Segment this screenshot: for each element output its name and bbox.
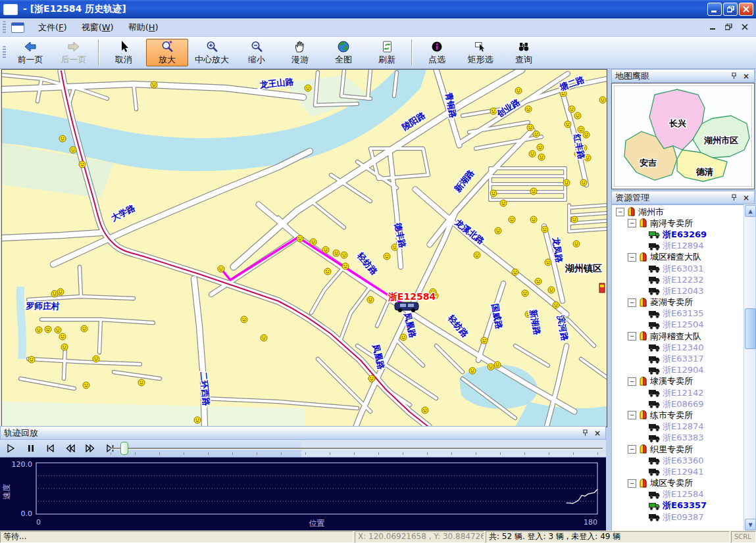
- pin-icon[interactable]: [730, 72, 739, 81]
- vehicle-marker-smiley[interactable]: [310, 239, 316, 245]
- expand-collapse-box[interactable]: −: [616, 208, 624, 216]
- vehicle-marker-smiley[interactable]: [578, 126, 584, 133]
- vehicle-marker-smiley[interactable]: [45, 326, 51, 333]
- vehicle-marker-smiley[interactable]: [573, 241, 580, 247]
- vehicle-marker-smiley[interactable]: [538, 154, 545, 160]
- tree-item-vehicle[interactable]: 浙E08669: [612, 398, 742, 410]
- vehicle-marker-smiley[interactable]: [580, 179, 587, 186]
- mdi-document-icon[interactable]: [11, 22, 24, 33]
- vehicle-marker-smiley[interactable]: [527, 124, 534, 131]
- vehicle-marker-smiley[interactable]: [342, 263, 349, 270]
- vehicle-marker-smiley[interactable]: [81, 325, 88, 332]
- vehicle-marker-smiley[interactable]: [525, 106, 532, 112]
- playback-slider-thumb[interactable]: [120, 442, 128, 455]
- vehicle-marker-smiley[interactable]: [481, 337, 488, 344]
- vehicle-marker-smiley[interactable]: [384, 253, 390, 260]
- tree-item-vehicle[interactable]: 浙E12904: [612, 365, 742, 376]
- mdi-minimize-button[interactable]: [710, 22, 716, 32]
- vehicle-marker-smiley[interactable]: [70, 147, 76, 153]
- vehicle-marker-smiley[interactable]: [583, 131, 590, 138]
- vehicle-marker-smiley[interactable]: [79, 161, 86, 168]
- vehicle-marker-smiley[interactable]: [400, 334, 407, 341]
- vehicle-marker-smiley[interactable]: [469, 367, 476, 374]
- map-viewport[interactable]: 龙王山路青铜路陵阳路创业路塘二路红丰路新湖路大学路德丰路龙溪北路轻纺路轻纺路凤凰…: [1, 69, 607, 427]
- vehicle-marker-smiley[interactable]: [322, 247, 329, 253]
- vehicle-marker-smiley[interactable]: [61, 344, 68, 350]
- vehicle-marker-smiley[interactable]: [490, 190, 497, 197]
- toolbar-button-rect-select[interactable]: 矩形选: [459, 39, 501, 66]
- vehicle-marker-smiley[interactable]: [93, 356, 99, 362]
- vehicle-marker-smiley[interactable]: [51, 291, 58, 297]
- vehicle-marker-smiley[interactable]: [422, 407, 428, 413]
- playback-play-button[interactable]: [3, 441, 20, 456]
- vehicle-marker-smiley[interactable]: [367, 296, 374, 303]
- tree-item-group[interactable]: − 织里专卖所: [612, 444, 742, 455]
- vehicle-marker-smiley[interactable]: [59, 135, 66, 142]
- toolbar-grip[interactable]: [3, 46, 6, 59]
- restore-button[interactable]: [723, 3, 738, 16]
- tree-item-vehicle[interactable]: 浙E12232: [612, 274, 742, 285]
- toolbar-button-zoom-center[interactable]: 中心放大: [189, 39, 234, 66]
- vehicle-marker-smiley[interactable]: [391, 244, 398, 250]
- tree-item-vehicle[interactable]: 浙E12874: [612, 421, 742, 433]
- vehicle-marker-smiley[interactable]: [36, 327, 42, 333]
- vehicle-marker-smiley[interactable]: [261, 335, 267, 341]
- map-canvas[interactable]: 龙王山路青铜路陵阳路创业路塘二路红丰路新湖路大学路德丰路龙溪北路轻纺路轻纺路凤凰…: [2, 70, 607, 427]
- vehicle-marker-smiley[interactable]: [151, 82, 157, 88]
- vehicle-marker-smiley[interactable]: [537, 144, 543, 151]
- vehicle-marker-smiley[interactable]: [494, 362, 501, 368]
- expand-collapse-box[interactable]: −: [628, 332, 636, 341]
- tree-item-vehicle[interactable]: 浙E12142: [612, 387, 742, 398]
- vehicle-marker-smiley[interactable]: [83, 382, 89, 389]
- tree-item-vehicle[interactable]: 浙E63031: [612, 263, 742, 274]
- vehicle-marker-smiley[interactable]: [241, 316, 247, 323]
- expand-collapse-box[interactable]: −: [628, 411, 636, 419]
- tree-item-vehicle[interactable]: 浙E12584: [612, 489, 742, 500]
- vehicle-marker-smiley[interactable]: [533, 131, 540, 137]
- vehicle-marker-smiley[interactable]: [324, 268, 331, 275]
- tree-item-vehicle[interactable]: 浙E12941: [612, 466, 742, 477]
- toolbar-button-prev-page[interactable]: 前一页: [9, 39, 51, 66]
- pin-icon[interactable]: [730, 193, 739, 202]
- vehicle-marker-smiley[interactable]: [488, 364, 494, 370]
- scroll-thumb[interactable]: [745, 308, 756, 349]
- vehicle-marker-smiley[interactable]: [59, 333, 66, 340]
- tree-item-group[interactable]: − 菱湖专卖所: [612, 297, 742, 308]
- toolbar-button-query-binoculars[interactable]: 查询: [503, 39, 545, 66]
- expand-collapse-box[interactable]: −: [628, 219, 636, 227]
- toolbar-button-zoom-out[interactable]: 缩小: [236, 39, 278, 66]
- playback-slider-track[interactable]: [111, 448, 603, 450]
- vehicle-marker-smiley[interactable]: [542, 226, 548, 233]
- tree-item-group[interactable]: − 练市专卖所: [612, 410, 742, 421]
- toolbar-button-full-extent-globe[interactable]: 全图: [322, 39, 365, 66]
- tree-item-vehicle[interactable]: 浙E63269: [612, 229, 742, 240]
- tree-item-group[interactable]: − 城区专卖所: [612, 478, 742, 489]
- mdi-close-button[interactable]: [742, 22, 748, 32]
- vehicle-marker-smiley[interactable]: [500, 200, 507, 206]
- vehicle-marker-smiley[interactable]: [368, 375, 375, 382]
- playback-rewind-button[interactable]: [62, 441, 79, 456]
- tree-item-group[interactable]: − 南浔稽查大队: [612, 331, 742, 342]
- vehicle-marker-smiley[interactable]: [28, 356, 35, 363]
- tree-item-vehicle[interactable]: 浙E12340: [612, 342, 742, 353]
- tree-item-vehicle[interactable]: 浙E12504: [612, 319, 742, 331]
- toolbar-button-zoom-in[interactable]: 放大: [146, 39, 188, 66]
- vehicle-marker-smiley[interactable]: [529, 151, 536, 157]
- tree-item-vehicle[interactable]: 浙E63135: [612, 308, 742, 319]
- vehicle-marker-smiley[interactable]: [57, 289, 64, 295]
- tree-item-vehicle[interactable]: 浙E63383: [612, 433, 742, 444]
- tree-item-group[interactable]: − 城区稽查大队: [612, 252, 742, 263]
- scroll-down-button[interactable]: ▼: [745, 519, 756, 531]
- pin-icon[interactable]: [581, 429, 590, 438]
- vehicle-marker-smiley[interactable]: [218, 266, 224, 272]
- vehicle-marker-smiley[interactable]: [545, 259, 551, 266]
- vehicle-marker-smiley[interactable]: [341, 252, 347, 258]
- vehicle-marker-smiley[interactable]: [333, 250, 340, 256]
- expand-collapse-box[interactable]: −: [628, 445, 636, 454]
- menubar-grip[interactable]: [3, 21, 6, 34]
- expand-collapse-box[interactable]: −: [628, 298, 636, 307]
- vehicle-marker-smiley[interactable]: [548, 287, 555, 293]
- close-button[interactable]: [739, 3, 753, 16]
- vehicle-marker-smiley[interactable]: [305, 85, 311, 91]
- expand-collapse-box[interactable]: −: [628, 253, 636, 262]
